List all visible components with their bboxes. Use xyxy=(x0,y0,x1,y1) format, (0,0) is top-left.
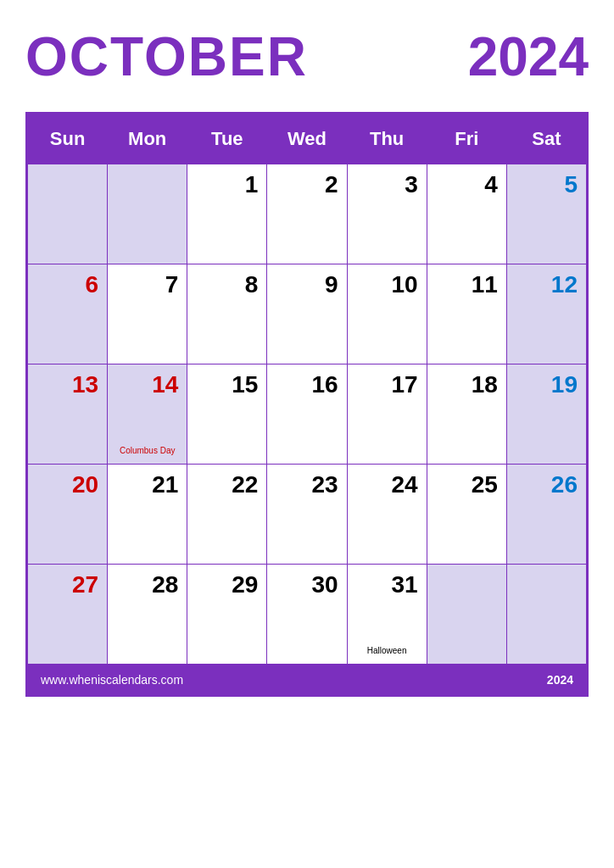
day-cell xyxy=(506,565,586,665)
halloween-label: Halloween xyxy=(348,646,427,655)
day-cell: 23 xyxy=(267,465,347,565)
date-number: 13 xyxy=(72,371,98,398)
day-cell: 19 xyxy=(506,364,586,465)
day-cell: 30 xyxy=(267,565,347,665)
date-number: 17 xyxy=(392,371,418,398)
footer-url: www.wheniscalendars.com xyxy=(41,673,183,687)
header-fri: Fri xyxy=(427,114,506,164)
header-wed: Wed xyxy=(267,114,347,164)
day-header-row: Sun Mon Tue Wed Thu Fri Sat xyxy=(28,114,587,164)
day-cell: 24 xyxy=(347,465,427,565)
day-cell: 11 xyxy=(427,264,506,364)
date-number: 12 xyxy=(551,271,578,298)
date-number: 16 xyxy=(311,371,338,398)
day-cell: 3 xyxy=(347,164,427,264)
date-number: 25 xyxy=(472,471,498,498)
date-number: 9 xyxy=(325,271,338,298)
date-number: 10 xyxy=(392,271,418,298)
date-number: 2 xyxy=(325,171,338,198)
day-cell: 14Columbus Day xyxy=(108,364,187,465)
day-cell: 8 xyxy=(187,264,267,364)
date-number: 18 xyxy=(472,371,498,398)
date-number: 11 xyxy=(472,271,498,298)
date-number: 29 xyxy=(232,571,258,598)
day-cell: 2 xyxy=(267,164,347,264)
holiday-label: Columbus Day xyxy=(108,446,187,455)
header-mon: Mon xyxy=(108,114,187,164)
date-number: 15 xyxy=(232,371,258,398)
calendar-body: 1234567891011121314Columbus Day151617181… xyxy=(28,164,587,665)
day-cell: 29 xyxy=(187,565,267,665)
week-row-3: 20212223242526 xyxy=(28,465,587,565)
calendar-wrapper: Sun Mon Tue Wed Thu Fri Sat 123456789101… xyxy=(25,112,589,697)
day-cell: 15 xyxy=(187,364,267,465)
date-number: 26 xyxy=(551,471,578,498)
month-title: OCTOBER xyxy=(25,25,308,88)
year-title: 2024 xyxy=(468,25,589,88)
day-cell: 6 xyxy=(28,264,108,364)
header-tue: Tue xyxy=(187,114,267,164)
day-cell: 13 xyxy=(28,364,108,465)
day-cell: 7 xyxy=(108,264,187,364)
calendar-header: OCTOBER 2024 xyxy=(25,25,589,88)
date-number: 19 xyxy=(551,371,578,398)
date-number: 21 xyxy=(152,471,178,498)
header-sun: Sun xyxy=(28,114,108,164)
day-cell: 27 xyxy=(28,565,108,665)
day-cell: 22 xyxy=(187,465,267,565)
date-number: 4 xyxy=(484,171,498,198)
day-cell: 20 xyxy=(28,465,108,565)
day-cell: 10 xyxy=(347,264,427,364)
day-cell: 1 xyxy=(187,164,267,264)
date-number: 1 xyxy=(245,171,259,198)
day-cell: 21 xyxy=(108,465,187,565)
date-number: 5 xyxy=(564,171,578,198)
week-row-1: 6789101112 xyxy=(28,264,587,364)
day-cell: 4 xyxy=(427,164,506,264)
footer-year: 2024 xyxy=(547,673,573,687)
date-number: 14 xyxy=(152,371,178,398)
week-row-4: 2728293031Halloween xyxy=(28,565,587,665)
date-number: 8 xyxy=(245,271,259,298)
date-number: 30 xyxy=(311,571,338,598)
day-cell xyxy=(427,565,506,665)
date-number: 20 xyxy=(72,471,98,498)
date-number: 28 xyxy=(152,571,178,598)
day-cell: 31Halloween xyxy=(347,565,427,665)
day-cell: 18 xyxy=(427,364,506,465)
header-thu: Thu xyxy=(347,114,427,164)
week-row-2: 1314Columbus Day1516171819 xyxy=(28,364,587,465)
day-cell: 9 xyxy=(267,264,347,364)
day-cell xyxy=(28,164,108,264)
date-number: 7 xyxy=(165,271,179,298)
date-number: 6 xyxy=(86,271,99,298)
day-cell: 28 xyxy=(108,565,187,665)
week-row-0: 12345 xyxy=(28,164,587,264)
calendar-table: Sun Mon Tue Wed Thu Fri Sat 123456789101… xyxy=(27,114,587,665)
day-cell: 26 xyxy=(506,465,586,565)
date-number: 3 xyxy=(405,171,418,198)
date-number: 31 xyxy=(392,571,418,598)
day-cell: 12 xyxy=(506,264,586,364)
date-number: 23 xyxy=(311,471,338,498)
day-cell: 25 xyxy=(427,465,506,565)
date-number: 27 xyxy=(72,571,98,598)
day-cell xyxy=(108,164,187,264)
date-number: 24 xyxy=(392,471,418,498)
day-cell: 17 xyxy=(347,364,427,465)
day-cell: 5 xyxy=(506,164,586,264)
header-sat: Sat xyxy=(506,114,586,164)
calendar-footer: www.wheniscalendars.com 2024 xyxy=(27,665,587,695)
date-number: 22 xyxy=(232,471,258,498)
day-cell: 16 xyxy=(267,364,347,465)
